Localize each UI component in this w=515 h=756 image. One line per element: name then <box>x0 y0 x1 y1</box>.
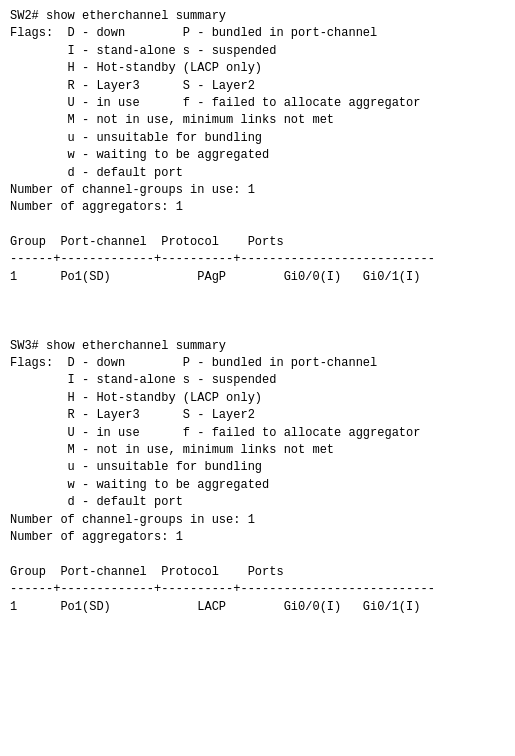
terminal-output: SW2# show etherchannel summary Flags: D … <box>10 8 505 633</box>
sw3-section: SW3# show etherchannel summary Flags: D … <box>10 338 505 634</box>
sw2-section: SW2# show etherchannel summary Flags: D … <box>10 8 505 304</box>
